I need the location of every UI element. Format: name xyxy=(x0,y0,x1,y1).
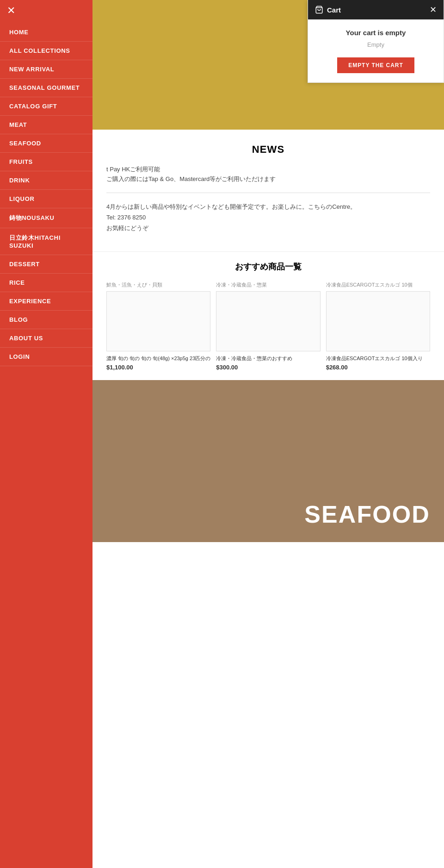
sidebar-item-catalog-gift[interactable]: CATALOG GIFT xyxy=(0,97,92,116)
products-grid: 鮮魚・活魚・えび・貝類 濃厚 旬の 旬の 旬の 旬(48g) ×23p5g 23… xyxy=(106,281,430,371)
cart-empty-sub: Empty xyxy=(317,41,434,48)
cart-panel: Cart ✕ Your cart is empty Empty EMPTY TH… xyxy=(308,0,444,83)
sidebar-item-home[interactable]: HOME xyxy=(0,23,92,42)
product-1-image xyxy=(106,291,210,351)
cart-body: Your cart is empty Empty EMPTY THE CART xyxy=(308,19,444,82)
sidebar: ✕ HOME ALL COLLECTIONS NEW ARRIVAL SEASO… xyxy=(0,0,92,542)
product-2-price: $300.00 xyxy=(216,364,320,371)
sidebar-item-about-us[interactable]: ABOUT US xyxy=(0,329,92,348)
news-item-2-phone: Tel: 2376 8250 xyxy=(106,212,430,223)
cart-icon xyxy=(315,6,323,14)
sidebar-item-drink[interactable]: DRINK xyxy=(0,171,92,190)
news-divider xyxy=(106,193,430,193)
sidebar-item-meat[interactable]: MEAT xyxy=(0,116,92,134)
sidebar-item-nousaku[interactable]: 鋳物NOUSAKU xyxy=(0,208,92,228)
product-2-category: 冷凍・冷蔵食品・惣菜 xyxy=(216,281,320,288)
products-title: おすすめ商品一覧 xyxy=(106,261,430,272)
empty-cart-button[interactable]: EMPTY THE CART xyxy=(337,57,414,73)
news-item-2-note: お気軽にどうぞ xyxy=(106,223,430,233)
sidebar-item-new-arrival[interactable]: NEW ARRIVAL xyxy=(0,60,92,79)
news-item-2-text: 4月からは新しい商品や特別なイベントなども開催予定です。お楽しみに。こちらのCe… xyxy=(106,201,430,212)
sidebar-nav: HOME ALL COLLECTIONS NEW ARRIVAL SEASONA… xyxy=(0,23,92,366)
sidebar-item-hitachi-suzuki[interactable]: 日立鈴木HITACHI SUZUKI xyxy=(0,228,92,255)
product-1-price: $1,100.00 xyxy=(106,364,210,371)
news-item-1-text: t Pay HKご利用可能 xyxy=(106,165,430,175)
sidebar-item-blog[interactable]: BLOG xyxy=(0,311,92,329)
products-section: おすすめ商品一覧 鮮魚・活魚・えび・貝類 濃厚 旬の 旬の 旬の 旬(48g) … xyxy=(92,251,444,380)
product-card-2[interactable]: 冷凍・冷蔵食品・惣菜 冷凍・冷蔵食品・惣菜のおすすめ $300.00 xyxy=(216,281,320,371)
product-2-name: 冷凍・冷蔵食品・惣菜のおすすめ xyxy=(216,355,320,362)
product-1-name: 濃厚 旬の 旬の 旬の 旬(48g) ×23p5g 23匹分の xyxy=(106,355,210,362)
sidebar-item-seasonal-gourmet[interactable]: SEASONAL GOURMET xyxy=(0,79,92,97)
news-section: NEWS t Pay HKご利用可能 ご購入の際にはTap & Go、Maste… xyxy=(92,130,444,251)
news-item-2: 4月からは新しい商品や特別なイベントなども開催予定です。お楽しみに。こちらのCe… xyxy=(106,201,430,234)
news-title: NEWS xyxy=(106,144,430,156)
sidebar-item-dessert[interactable]: DESSERT xyxy=(0,255,92,274)
sidebar-item-login[interactable]: LOGIN xyxy=(0,348,92,366)
cart-close-button[interactable]: ✕ xyxy=(430,5,437,15)
sidebar-item-experience[interactable]: EXPERIENCE xyxy=(0,292,92,311)
sidebar-close-button[interactable]: ✕ xyxy=(7,5,15,17)
seafood-banner-title: SEAFOOD xyxy=(304,500,430,528)
news-item-1: t Pay HKご利用可能 ご購入の際にはTap & Go、Mastercard… xyxy=(106,165,430,184)
sidebar-item-all-collections[interactable]: ALL COLLECTIONS xyxy=(0,42,92,60)
sidebar-item-liquor[interactable]: LIQUOR xyxy=(0,190,92,208)
cart-header: Cart ✕ xyxy=(308,0,444,19)
sidebar-item-seafood[interactable]: SEAFOOD xyxy=(0,134,92,153)
product-3-name: 冷凍食品ESCARGOTエスカルゴ 10個入り xyxy=(326,355,430,362)
product-3-category: 冷凍食品ESCARGOTエスカルゴ 10個 xyxy=(326,281,430,288)
product-1-category: 鮮魚・活魚・えび・貝類 xyxy=(106,281,210,288)
sidebar-item-fruits[interactable]: FRUITS xyxy=(0,153,92,171)
news-item-1-detail: ご購入の際にはTap & Go、Mastercard等がご利用いただけます xyxy=(106,175,430,184)
product-card-1[interactable]: 鮮魚・活魚・えび・貝類 濃厚 旬の 旬の 旬の 旬(48g) ×23p5g 23… xyxy=(106,281,210,371)
seafood-banner: SEAFOOD xyxy=(92,380,444,542)
product-3-image xyxy=(326,291,430,351)
cart-title-text: Cart xyxy=(327,6,341,14)
product-card-3[interactable]: 冷凍食品ESCARGOTエスカルゴ 10個 冷凍食品ESCARGOTエスカルゴ … xyxy=(326,281,430,371)
product-3-price: $268.00 xyxy=(326,364,430,371)
product-2-image xyxy=(216,291,320,351)
sidebar-item-rice[interactable]: RICE xyxy=(0,274,92,292)
cart-empty-message: Your cart is empty xyxy=(317,29,434,37)
cart-header-title: Cart xyxy=(315,6,341,14)
